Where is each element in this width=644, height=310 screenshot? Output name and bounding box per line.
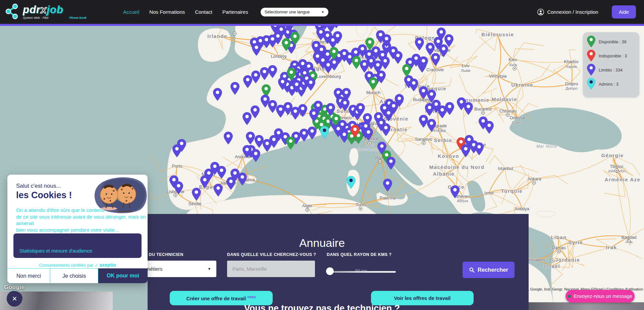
- city-label: DANS QUELLE VILLE CHERCHEZ-VOUS ?: [227, 252, 316, 257]
- technician-pin-l[interactable]: [393, 51, 402, 64]
- technician-pin-a[interactable]: [329, 47, 338, 60]
- technician-pin-l[interactable]: [226, 177, 235, 190]
- next-section-preview-right: [529, 302, 644, 310]
- technician-pin-l[interactable]: [174, 181, 183, 194]
- technician-pin-l[interactable]: [419, 86, 428, 99]
- radius-slider[interactable]: 50 km: [327, 268, 396, 273]
- slider-track[interactable]: [327, 271, 396, 273]
- technician-pin-l[interactable]: [444, 34, 453, 47]
- technician-pin-l[interactable]: [332, 26, 341, 28]
- technician-pin-l[interactable]: [464, 102, 473, 115]
- technician-pin-l[interactable]: [461, 144, 470, 157]
- technician-pin-l[interactable]: [382, 34, 391, 47]
- technician-pin-l[interactable]: [243, 112, 252, 125]
- technician-pin-l[interactable]: [386, 157, 395, 170]
- technician-pin-l[interactable]: [243, 145, 252, 158]
- technician-pin-l[interactable]: [268, 100, 277, 113]
- technician-pin-l[interactable]: [268, 65, 277, 78]
- technician-pin-l[interactable]: [308, 127, 317, 139]
- technician-pin-l[interactable]: [419, 115, 428, 128]
- nav-item-contact[interactable]: Contact: [195, 9, 212, 15]
- technician-pin-l[interactable]: [255, 135, 264, 148]
- technician-pin-l[interactable]: [314, 101, 323, 114]
- annuaire-panel: Annuaire SPÉCIALITÉ DU TECHNICIEN Tous l…: [148, 214, 529, 310]
- technician-pin-l[interactable]: [415, 38, 424, 50]
- technician-pin-l[interactable]: [450, 185, 460, 198]
- technician-pin-l[interactable]: [260, 67, 269, 80]
- cookie-certification[interactable]: Consentements certifiés par ✓ axeptio: [7, 262, 148, 268]
- technician-pin-l[interactable]: [431, 53, 440, 66]
- search-button[interactable]: Rechercher: [463, 262, 515, 278]
- technician-pin-l[interactable]: [200, 175, 209, 188]
- technician-pin-l[interactable]: [224, 132, 233, 144]
- technician-pin-a[interactable]: [282, 38, 291, 51]
- technician-pin-m[interactable]: [346, 176, 356, 189]
- technician-pin-l[interactable]: [217, 166, 226, 179]
- nav-item-partenaires[interactable]: Partenaires: [222, 9, 248, 15]
- cookie-decline-button[interactable]: Non merci: [7, 268, 50, 283]
- technician-pin-l[interactable]: [279, 26, 288, 29]
- cookie-category-box[interactable]: Statistiques et mesure d'audience: [13, 233, 142, 258]
- legend-row-a: Disponible : 38: [583, 35, 639, 49]
- technician-pin-l[interactable]: [340, 98, 350, 111]
- nav-item-accueil[interactable]: Accueil: [123, 9, 139, 15]
- technician-pin-l[interactable]: [278, 77, 287, 90]
- technician-pin-l[interactable]: [214, 184, 223, 196]
- technician-pin-l[interactable]: [263, 139, 272, 152]
- technician-pin-l[interactable]: [445, 102, 454, 115]
- technician-pin-l[interactable]: [268, 35, 277, 47]
- specialty-select[interactable]: Tous les métiers ▼: [148, 261, 216, 277]
- technician-pin-l[interactable]: [213, 88, 222, 101]
- technician-pin-m[interactable]: [320, 126, 329, 139]
- technician-pin-a[interactable]: [352, 56, 361, 69]
- legend-pin-icon: [587, 64, 595, 77]
- technician-pin-a[interactable]: [365, 38, 374, 50]
- technician-pin-l[interactable]: [251, 149, 260, 162]
- technician-pin-l[interactable]: [377, 71, 386, 83]
- nav-item-nos-formations[interactable]: Nos Formations: [149, 9, 185, 15]
- technician-pin-a[interactable]: [287, 68, 296, 81]
- city-input[interactable]: [227, 261, 315, 277]
- technician-pin-l[interactable]: [251, 71, 260, 83]
- technician-pin-a[interactable]: [286, 137, 295, 149]
- language-select[interactable]: Sélectionner une langue ▼: [261, 8, 328, 16]
- cookie-accept-button[interactable]: OK pour moi: [98, 268, 148, 283]
- technician-pin-l[interactable]: [177, 139, 186, 152]
- technician-pin-l[interactable]: [381, 56, 390, 69]
- technician-pin-l[interactable]: [485, 121, 494, 134]
- cookie-choose-button[interactable]: Je choisis: [50, 268, 98, 283]
- chat-button[interactable]: Envoyez-nous un message: [566, 290, 635, 303]
- technician-pin-l[interactable]: [192, 188, 201, 201]
- technician-pin-l[interactable]: [409, 79, 418, 91]
- technician-pin-l[interactable]: [427, 90, 436, 102]
- technician-pin-l[interactable]: [381, 123, 390, 136]
- technician-pin-l[interactable]: [419, 56, 428, 69]
- technician-pin-a[interactable]: [369, 77, 378, 90]
- technician-pin-l[interactable]: [383, 179, 392, 191]
- technician-pin-l[interactable]: [238, 173, 247, 185]
- technician-pin-a[interactable]: [290, 32, 300, 45]
- technician-pin-l[interactable]: [364, 128, 373, 140]
- technician-pin-a[interactable]: [402, 64, 411, 77]
- technician-pin-l[interactable]: [246, 132, 255, 144]
- technician-pin-l[interactable]: [306, 78, 315, 91]
- help-button[interactable]: Aide: [612, 5, 636, 18]
- technician-pin-l[interactable]: [360, 60, 369, 73]
- technician-pin-u[interactable]: [351, 125, 360, 138]
- technician-pin-l[interactable]: [230, 82, 239, 95]
- technician-pin-l[interactable]: [300, 129, 309, 141]
- radius-label: DANS QUEL RAYON DE KMS ?: [327, 252, 396, 257]
- slider-thumb[interactable]: [326, 267, 334, 275]
- logo[interactable]: pdrxjob System Web - Pilot Phone book: [5, 3, 112, 21]
- legend-label: Limités : 334: [599, 68, 623, 73]
- login-link[interactable]: Connexion / Inscription: [537, 8, 598, 16]
- technician-pin-l[interactable]: [298, 104, 307, 117]
- check-icon: ✓: [95, 263, 98, 268]
- technician-pin-l[interactable]: [333, 31, 342, 44]
- create-offer-label: Créer une offre de travail: [186, 296, 246, 301]
- technician-pin-l[interactable]: [243, 75, 252, 88]
- technician-pin-l[interactable]: [252, 43, 261, 56]
- technician-pin-l[interactable]: [427, 119, 436, 132]
- technician-pin-l[interactable]: [251, 105, 260, 118]
- technician-pin-l[interactable]: [475, 142, 484, 155]
